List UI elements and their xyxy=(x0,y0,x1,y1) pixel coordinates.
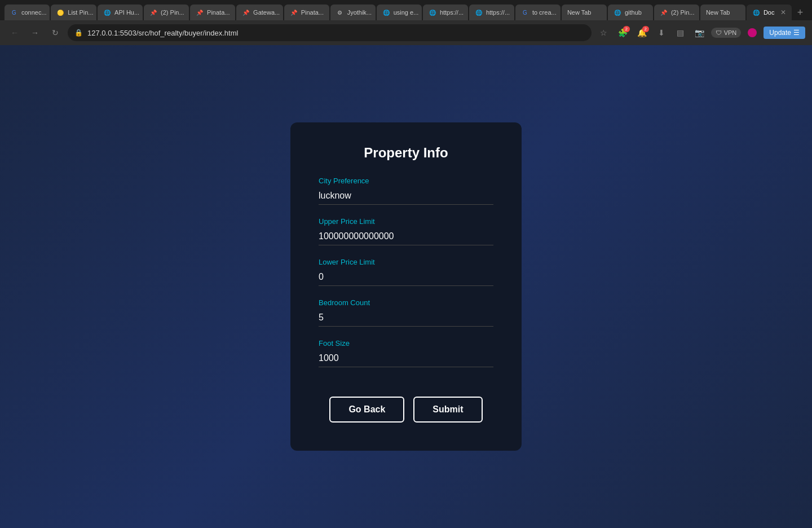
bedroom-count-input[interactable] xyxy=(319,309,493,327)
tab-favicon-https2: 🌐 xyxy=(475,8,483,16)
tab-label-https1: https://... xyxy=(440,9,464,16)
foot-size-input[interactable] xyxy=(319,350,493,367)
tab-close-doc[interactable]: ✕ xyxy=(780,8,786,16)
lower-price-input[interactable] xyxy=(319,269,493,286)
foot-size-group: Foot Size xyxy=(319,339,493,367)
vpn-icon: 🛡 xyxy=(716,29,722,36)
tab-favicon-doc: 🌐 xyxy=(752,8,760,16)
address-bar-container: 🔒 xyxy=(68,24,592,41)
tab-using[interactable]: 🌐 using e... xyxy=(377,5,422,20)
new-tab-button[interactable]: + xyxy=(793,5,807,20)
tab-favicon-pinata1: 📌 xyxy=(196,8,204,16)
reload-button[interactable]: ↻ xyxy=(47,25,63,41)
tab-favicon-github: 🌐 xyxy=(614,8,621,16)
tab-favicon-2-pin: 📌 xyxy=(149,8,157,16)
tab-favicon-2pin2: 📌 xyxy=(660,8,668,16)
upper-price-label: Upper Price Limit xyxy=(319,217,493,226)
tab-pinata1[interactable]: 📌 Pinata... xyxy=(190,5,235,20)
upper-price-group: Upper Price Limit xyxy=(319,217,493,245)
vpn-button[interactable]: 🛡 VPN xyxy=(711,28,742,38)
tab-label-new1: New Tab xyxy=(567,9,592,16)
tab-favicon-jyothik: ⚙ xyxy=(336,8,344,16)
screenshot-icon[interactable]: 📷 xyxy=(692,25,708,41)
tab-label-jyothik: Jyothik... xyxy=(347,9,372,16)
tab-label-doc: Doc xyxy=(764,9,775,16)
tab-github[interactable]: 🌐 github xyxy=(608,5,653,20)
page-content: Property Info City Preference Upper Pric… xyxy=(0,45,812,528)
toolbar: ← → ↻ 🔒 ☆ 🧩 2 🔔 2 ⬇ ▤ 📷 🛡 VPN xyxy=(0,20,812,45)
tab-favicon-gateway: 📌 xyxy=(242,8,250,16)
extensions-badge: 2 xyxy=(623,26,630,32)
tab-label-2pin2: (2) Pin... xyxy=(671,9,695,16)
tab-new2[interactable]: New Tab xyxy=(700,5,745,20)
city-preference-group: City Preference xyxy=(319,177,493,205)
tab-favicon-list-pin: 🟡 xyxy=(56,8,64,16)
city-preference-input[interactable] xyxy=(319,187,493,205)
tab-https2[interactable]: 🌐 https://... xyxy=(469,5,514,20)
notifications-icon[interactable]: 🔔 2 xyxy=(634,25,650,41)
page-title: Property Info xyxy=(319,145,493,161)
tab-label-list-pin: List Pin... xyxy=(68,9,93,16)
vpn-label: VPN xyxy=(724,29,737,36)
tab-2-pin[interactable]: 📌 (2) Pin... xyxy=(144,5,189,20)
tab-jyothik[interactable]: ⚙ Jyothik... xyxy=(330,5,376,20)
tab-label-api-hub: API Hu... xyxy=(114,9,139,16)
sidebar-icon[interactable]: ▤ xyxy=(673,25,689,41)
tab-favicon-https1: 🌐 xyxy=(429,8,436,16)
extensions-icon[interactable]: 🧩 2 xyxy=(615,25,631,41)
tab-label-https2: https://... xyxy=(486,9,510,16)
back-button[interactable]: ← xyxy=(7,25,23,41)
tab-label-pinata1: Pinata... xyxy=(207,9,230,16)
tab-favicon-pinata2: 📌 xyxy=(290,8,298,16)
lower-price-label: Lower Price Limit xyxy=(319,258,493,266)
tab-list-pin[interactable]: 🟡 List Pin... xyxy=(51,5,96,20)
menu-icon: ☰ xyxy=(793,29,800,37)
bedroom-count-label: Bedroom Count xyxy=(319,298,493,307)
tab-label-gateway: Gatewa... xyxy=(253,9,280,16)
tab-label-pinata2: Pinata... xyxy=(301,9,324,16)
forward-button[interactable]: → xyxy=(27,25,43,41)
tab-https1[interactable]: 🌐 https://... xyxy=(423,5,468,20)
tab-favicon-create: G xyxy=(521,8,529,16)
tab-pinata2[interactable]: 📌 Pinata... xyxy=(284,5,329,20)
bedroom-count-group: Bedroom Count xyxy=(319,298,493,327)
lower-price-group: Lower Price Limit xyxy=(319,258,493,286)
tab-label-github: github xyxy=(625,9,642,16)
update-label: Update xyxy=(769,29,791,37)
profile-icon[interactable] xyxy=(744,25,760,41)
address-bar[interactable] xyxy=(87,29,585,37)
foot-size-label: Foot Size xyxy=(319,339,493,347)
button-group: Go Back Submit xyxy=(319,397,493,423)
tab-favicon-connect: G xyxy=(10,8,18,16)
tab-create[interactable]: G to crea... xyxy=(515,5,561,20)
tab-api-hub[interactable]: 🌐 API Hu... xyxy=(98,5,143,20)
tab-gateway[interactable]: 📌 Gatewa... xyxy=(236,5,283,20)
tab-label-create: to crea... xyxy=(532,9,557,16)
tab-label-connect: connec... xyxy=(21,9,47,16)
toolbar-right: ☆ 🧩 2 🔔 2 ⬇ ▤ 📷 🛡 VPN Update xyxy=(596,25,805,41)
tab-label-2-pin: (2) Pin... xyxy=(161,9,184,16)
lock-icon: 🔒 xyxy=(74,29,83,37)
tab-favicon-using: 🌐 xyxy=(382,8,390,16)
city-preference-label: City Preference xyxy=(319,177,493,185)
bookmark-icon[interactable]: ☆ xyxy=(596,25,612,41)
update-button[interactable]: Update ☰ xyxy=(764,27,805,39)
tab-new1[interactable]: New Tab xyxy=(562,5,607,20)
tab-bar: G connec... 🟡 List Pin... 🌐 API Hu... 📌 … xyxy=(0,0,812,20)
tab-label-new2: New Tab xyxy=(706,9,730,16)
upper-price-input[interactable] xyxy=(319,228,493,245)
download-icon[interactable]: ⬇ xyxy=(654,25,669,41)
tab-doc[interactable]: 🌐 Doc ✕ xyxy=(747,5,792,20)
tab-favicon-api-hub: 🌐 xyxy=(103,8,111,16)
submit-button[interactable]: Submit xyxy=(413,397,482,423)
notifications-badge: 2 xyxy=(642,26,649,32)
svg-point-0 xyxy=(748,28,757,37)
tab-2pin2[interactable]: 📌 (2) Pin... xyxy=(654,5,699,20)
property-card: Property Info City Preference Upper Pric… xyxy=(290,122,522,451)
tab-connect[interactable]: G connec... xyxy=(5,5,50,20)
browser-chrome: G connec... 🟡 List Pin... 🌐 API Hu... 📌 … xyxy=(0,0,812,45)
go-back-button[interactable]: Go Back xyxy=(329,397,404,423)
tab-label-using: using e... xyxy=(394,9,419,16)
